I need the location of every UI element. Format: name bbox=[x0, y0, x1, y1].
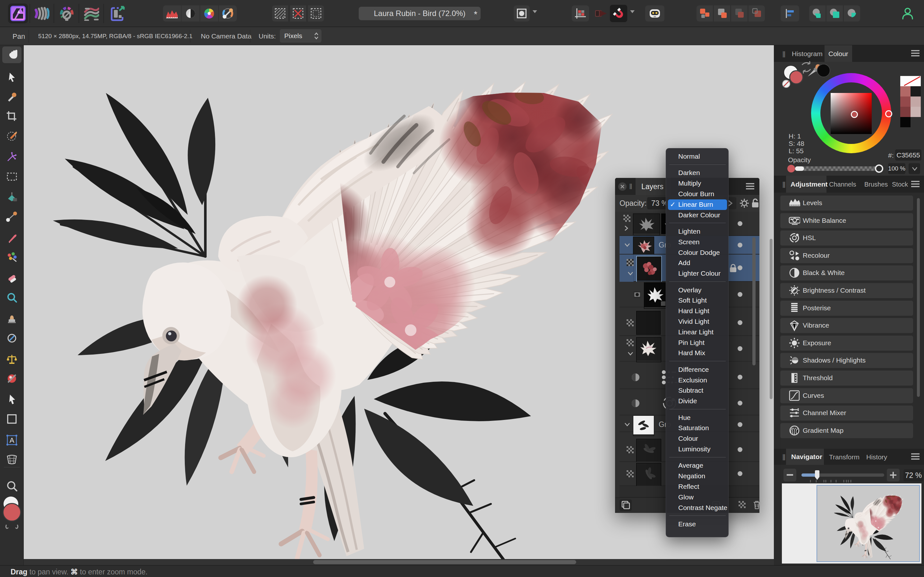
svg-text:A: A bbox=[10, 436, 15, 444]
